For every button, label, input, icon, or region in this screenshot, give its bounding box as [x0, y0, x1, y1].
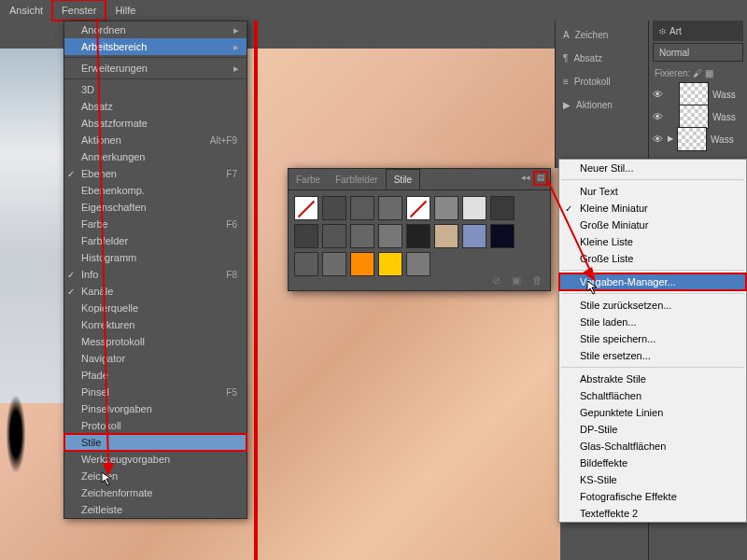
style-swatch[interactable] — [294, 252, 318, 276]
ctx-neuerstil[interactable]: Neuer Stil... — [559, 160, 746, 176]
menuitem-arbeitsbereich[interactable]: Arbeitsbereich▸ — [64, 38, 247, 55]
menuitem-erweiterungen[interactable]: Erweiterungen▸ — [64, 60, 247, 77]
ctx-ksstile[interactable]: KS-Stile — [559, 471, 746, 488]
menu-hilfe[interactable]: Hilfe — [106, 0, 145, 21]
ctx-stilezurcksetzen[interactable]: Stile zurücksetzen... — [559, 297, 746, 314]
style-swatch[interactable] — [378, 252, 402, 276]
layer-row[interactable]: 👁▶Wass — [649, 128, 747, 150]
visibility-icon[interactable]: 👁 — [653, 133, 664, 146]
ctx-groeliste[interactable]: Große Liste — [559, 250, 746, 267]
menuitem-pfade[interactable]: Pfade — [64, 367, 247, 384]
style-swatch[interactable] — [462, 196, 486, 220]
ctx-fotografischeeffekte[interactable]: Fotografische Effekte — [559, 488, 746, 505]
style-swatch[interactable] — [294, 196, 318, 220]
menuitem-farbe[interactable]: FarbeF6 — [64, 216, 247, 232]
styles-flyout-menu[interactable]: Neuer Stil...Nur Text✓Kleine MiniaturGro… — [558, 159, 747, 523]
menuitem-kopierquelle[interactable]: Kopierquelle — [64, 300, 247, 316]
menuitem-navigator[interactable]: Navigator — [64, 350, 247, 367]
menuitem-protokoll[interactable]: Protokoll — [64, 417, 247, 434]
menuitem-3d[interactable]: 3D — [64, 81, 247, 98]
panel-tab-protokoll[interactable]: ≡Protokoll — [556, 70, 649, 93]
menuitem-farbfelder[interactable]: Farbfelder — [64, 232, 247, 249]
menuitem-anordnen[interactable]: Anordnen▸ — [64, 21, 247, 38]
style-swatch[interactable] — [322, 196, 346, 220]
ctx-stileladen[interactable]: Stile laden... — [559, 314, 746, 330]
menuitem-zeitleiste[interactable]: Zeitleiste — [64, 501, 247, 518]
ctx-glasschaltflchen[interactable]: Glas-Schaltflächen — [559, 438, 746, 455]
ctx-schaltflchen[interactable]: Schaltflächen — [559, 387, 746, 404]
ctx-stileersetzen[interactable]: Stile ersetzen... — [559, 347, 746, 364]
style-swatch[interactable] — [406, 224, 430, 248]
style-swatch[interactable] — [322, 224, 346, 248]
style-swatch[interactable] — [350, 252, 374, 276]
menuitem-aktionen[interactable]: AktionenAlt+F9 — [64, 132, 247, 148]
style-swatch[interactable] — [406, 252, 430, 276]
style-swatch[interactable] — [462, 224, 486, 248]
menuitem-anmerkungen[interactable]: Anmerkungen — [64, 148, 247, 165]
tab-stile[interactable]: Stile — [386, 169, 420, 189]
panel-tab-zeichen[interactable]: AZeichen — [556, 23, 649, 47]
style-swatch[interactable] — [294, 224, 318, 248]
menuitem-info[interactable]: ✓InfoF8 — [64, 266, 247, 283]
panel-menu-icon[interactable]: ▤ — [535, 173, 546, 184]
tab-farbfelder[interactable]: Farbfelder — [328, 170, 386, 189]
menuitem-zeichen[interactable]: Zeichen — [64, 468, 247, 484]
ctx-vorgabenmanager[interactable]: Vorgaben-Manager... — [559, 273, 746, 290]
ctx-gepunktetelinien[interactable]: Gepunktete Linien — [559, 404, 746, 421]
collapse-icon[interactable]: ◂◂ — [520, 173, 531, 184]
menuitem-werkzeugvorgaben[interactable]: Werkzeugvorgaben — [64, 451, 247, 468]
visibility-icon[interactable]: 👁 — [653, 110, 664, 123]
ctx-texteffekte2[interactable]: Texteffekte 2 — [559, 505, 746, 522]
style-swatch[interactable] — [490, 196, 514, 220]
menuitem-messprotokoll[interactable]: Messprotokoll — [64, 333, 247, 350]
layer-thumbnail[interactable] — [679, 82, 709, 106]
style-swatch[interactable] — [350, 224, 374, 248]
layer-thumbnail[interactable] — [677, 127, 707, 151]
menuitem-pinsel[interactable]: PinselF5 — [64, 384, 247, 400]
blend-mode-select[interactable]: Normal — [653, 43, 743, 62]
style-swatch[interactable] — [434, 196, 458, 220]
fenster-dropdown[interactable]: Anordnen▸Arbeitsbereich▸Erweiterungen▸3D… — [63, 21, 247, 519]
panel-tab-absatz[interactable]: ¶Absatz — [556, 47, 649, 70]
style-swatch[interactable] — [378, 224, 402, 248]
ctx-kleineminiatur[interactable]: ✓Kleine Miniatur — [559, 200, 746, 217]
ctx-dpstile[interactable]: DP-Stile — [559, 421, 746, 438]
style-swatch[interactable] — [322, 252, 346, 276]
menuitem-pinselvorgaben[interactable]: Pinselvorgaben — [64, 400, 247, 417]
menuitem-ebenen[interactable]: ✓EbenenF7 — [64, 165, 247, 182]
menuitem-zeichenformate[interactable]: Zeichenformate — [64, 484, 247, 501]
tab-farbe[interactable]: Farbe — [289, 170, 328, 189]
menubar[interactable]: AnsichtFensterHilfe — [0, 0, 747, 21]
style-swatches-grid[interactable] — [289, 190, 550, 282]
menuitem-absatz[interactable]: Absatz — [64, 98, 247, 115]
layer-row[interactable]: 👁Wass — [649, 83, 747, 105]
menuitem-kanle[interactable]: ✓Kanäle — [64, 283, 247, 300]
style-swatch[interactable] — [490, 224, 514, 248]
menuitem-stile[interactable]: Stile — [64, 434, 247, 451]
side-panel-icons[interactable]: ℹInfoAZeichen¶Absatz≡Protokoll▶Aktionen — [555, 0, 649, 168]
layer-filter-kind[interactable]: ፨Art — [653, 21, 743, 41]
visibility-icon[interactable]: 👁 — [653, 88, 664, 101]
ctx-groeminiatur[interactable]: Große Miniatur — [559, 217, 746, 233]
ctx-kleineliste[interactable]: Kleine Liste — [559, 233, 746, 250]
layer-thumbnail[interactable] — [679, 105, 709, 129]
panel-footer[interactable]: ⊘▣🗑 — [492, 273, 543, 287]
layer-row[interactable]: 👁Wass — [649, 105, 747, 128]
styles-panel[interactable]: FarbeFarbfelderStile ◂◂ ▤ ⊘▣🗑 — [288, 168, 551, 291]
menuitem-histogramm[interactable]: Histogramm — [64, 249, 247, 266]
style-swatch[interactable] — [350, 196, 374, 220]
ctx-stilespeichern[interactable]: Stile speichern... — [559, 330, 746, 347]
panel-tab-aktionen[interactable]: ▶Aktionen — [556, 93, 649, 117]
ctx-bildeffekte[interactable]: Bildeffekte — [559, 455, 746, 471]
ctx-nurtext[interactable]: Nur Text — [559, 183, 746, 200]
ctx-abstraktestile[interactable]: Abstrakte Stile — [559, 371, 746, 387]
menu-ansicht[interactable]: Ansicht — [0, 0, 52, 21]
menuitem-absatzformate[interactable]: Absatzformate — [64, 115, 247, 132]
style-swatch[interactable] — [406, 196, 430, 220]
menuitem-korrekturen[interactable]: Korrekturen — [64, 316, 247, 333]
style-swatch[interactable] — [434, 224, 458, 248]
menu-fenster[interactable]: Fenster — [52, 0, 106, 21]
style-swatch[interactable] — [378, 196, 402, 220]
menuitem-eigenschaften[interactable]: Eigenschaften — [64, 199, 247, 216]
menuitem-ebenenkomp[interactable]: Ebenenkomp. — [64, 182, 247, 199]
